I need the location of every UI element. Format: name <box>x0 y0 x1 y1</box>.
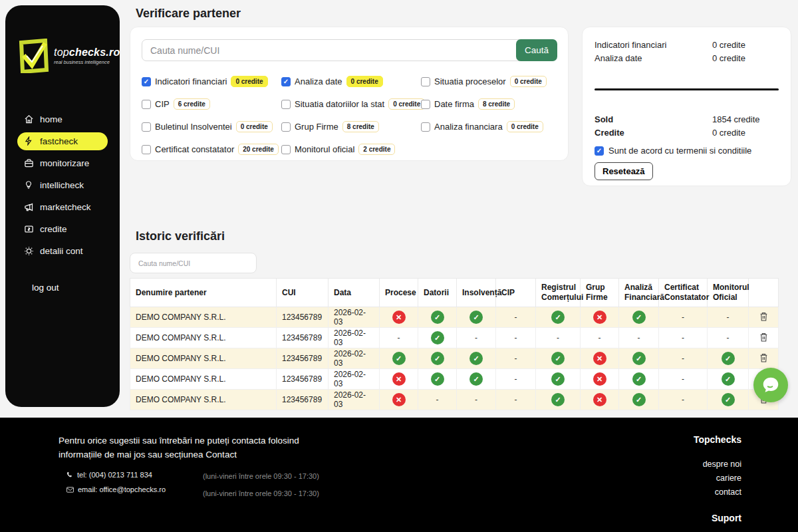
logout-link[interactable]: log out <box>32 283 59 293</box>
summary-card: Indicatori financiari0 credite Analiza d… <box>582 27 791 186</box>
check-date: 2026-02-03 <box>329 369 380 390</box>
footer-topchecks-heading: Topchecks <box>694 434 741 445</box>
status-dash: - <box>682 395 684 404</box>
check-circle-icon: ✓ <box>722 372 735 386</box>
check-circle-icon: ✓ <box>551 311 565 324</box>
status-dash: - <box>515 313 517 322</box>
option-label: Situatia datoriilor la stat <box>295 99 384 109</box>
partner-name: DEMO COMPANY S.R.L. <box>130 390 277 410</box>
reset-button[interactable]: Resetează <box>595 162 653 180</box>
status-dash: - <box>598 333 601 342</box>
status-dash: - <box>398 333 400 342</box>
check-circle-icon: ✓ <box>469 372 483 386</box>
trash-icon <box>759 354 768 364</box>
report-option: Analiza financiara0 credite <box>421 121 558 132</box>
delete-row-button[interactable] <box>758 352 769 366</box>
sidebar-item-label: home <box>40 114 63 124</box>
history-column-header <box>749 279 779 307</box>
history-search-input[interactable] <box>130 253 257 273</box>
option-label: Analiza financiara <box>434 122 503 132</box>
option-label: Monitorul oficial <box>295 144 354 154</box>
partner-cui: 123456789 <box>277 348 329 369</box>
search-button[interactable]: Caută <box>516 39 557 61</box>
footer-email[interactable]: email: office@topchecks.ro <box>66 485 166 493</box>
history-column-header: CUI <box>277 279 329 307</box>
cross-circle-icon: ✕ <box>593 393 606 406</box>
option-checkbox[interactable]: ✓ <box>142 77 151 86</box>
footer-hours: (luni-vineri între orele 09:30 - 17:30) … <box>203 471 319 505</box>
option-checkbox[interactable] <box>142 100 151 109</box>
check-circle-icon: ✓ <box>469 352 483 365</box>
terms-checkbox[interactable]: ✓ <box>595 146 604 156</box>
search-input[interactable] <box>142 39 557 61</box>
option-checkbox[interactable] <box>142 122 151 132</box>
sidebar-item-detalii-cont[interactable]: detalii cont <box>17 242 108 260</box>
check-circle-icon: ✓ <box>469 311 483 324</box>
footer-link-cariere[interactable]: cariere <box>694 473 741 483</box>
report-option: CIP6 credite <box>142 98 281 110</box>
phone-icon <box>66 471 73 478</box>
check-circle-icon: ✓ <box>551 372 565 386</box>
history-row: DEMO COMPANY S.R.L.1234567892026-02-03✕✓… <box>130 369 779 390</box>
option-label: Buletinul Insolventei <box>155 122 232 132</box>
report-options-grid: ✓Indicatori financiari0 credite✓Analiza … <box>142 76 557 155</box>
cross-circle-icon: ✕ <box>593 352 606 365</box>
delete-row-button[interactable] <box>758 311 769 325</box>
sidebar-item-monitorizare[interactable]: monitorizare <box>17 154 108 172</box>
status-dash: - <box>682 313 684 322</box>
option-label: Situatia proceselor <box>434 76 506 86</box>
history-column-header: Registrul Comerțului <box>536 279 581 307</box>
status-dash: - <box>515 354 517 363</box>
option-checkbox[interactable] <box>142 145 151 154</box>
check-circle-icon: ✓ <box>551 393 565 406</box>
option-checkbox[interactable] <box>281 100 291 109</box>
status-dash: - <box>727 313 730 322</box>
sidebar-item-marketcheck[interactable]: marketcheck <box>17 198 108 216</box>
partner-name: DEMO COMPANY S.R.L. <box>130 369 277 390</box>
report-option: Grup Firme8 credite <box>281 121 421 132</box>
option-checkbox[interactable] <box>421 122 430 132</box>
check-circle-icon: ✓ <box>722 352 735 365</box>
sidebar-item-label: fastcheck <box>40 136 78 146</box>
sidebar-item-label: credite <box>40 224 67 234</box>
partner-cui: 123456789 <box>277 307 329 328</box>
credits-badge: 0 credite <box>236 121 273 132</box>
history-column-header: Monitorul Oficial <box>708 279 749 307</box>
history-table: Denumire partenerCUIDataProceseDatoriiIn… <box>130 278 779 410</box>
chat-widget-button[interactable] <box>753 368 788 402</box>
check-circle-icon: ✓ <box>392 352 406 365</box>
option-label: Date firma <box>434 99 474 109</box>
footer-link-despre-noi[interactable]: despre noi <box>694 460 741 469</box>
status-dash: - <box>436 395 439 404</box>
report-option: ✓Analiza date0 credite <box>281 76 421 87</box>
history-column-header: Procese <box>380 279 418 307</box>
partner-name: DEMO COMPANY S.R.L. <box>130 307 277 328</box>
footer: Pentru orice sugestii sau întrebări ne p… <box>0 418 798 532</box>
check-circle-icon: ✓ <box>632 372 646 386</box>
option-label: Analiza date <box>295 76 342 86</box>
footer-link-contact[interactable]: contact <box>694 487 741 497</box>
gear-icon <box>24 246 34 256</box>
cross-circle-icon: ✕ <box>593 372 606 386</box>
delete-row-button[interactable] <box>758 331 769 345</box>
option-checkbox[interactable] <box>281 145 291 154</box>
logo-tagline: real business intelligence <box>54 60 120 65</box>
sidebar-item-home[interactable]: home <box>17 110 108 128</box>
option-checkbox[interactable]: ✓ <box>281 77 291 86</box>
option-checkbox[interactable] <box>281 122 291 132</box>
report-option: Situatia proceselor0 credite <box>421 76 558 87</box>
option-label: Grup Firme <box>295 122 338 132</box>
status-dash: - <box>515 374 517 384</box>
footer-phone[interactable]: tel: (004) 0213 711 834 <box>66 471 166 479</box>
sidebar-item-fastcheck[interactable]: fastcheck <box>17 132 108 150</box>
sidebar-item-credite[interactable]: credite <box>17 220 108 238</box>
history-row: DEMO COMPANY S.R.L.1234567892026-02-03-✓… <box>130 328 779 348</box>
sold-line: Sold1854 credite <box>595 114 779 124</box>
report-option: Date firma8 credite <box>421 98 558 110</box>
report-option: Situatia datoriilor la stat0 credite <box>281 98 421 110</box>
option-checkbox[interactable] <box>421 77 430 86</box>
logo[interactable]: topchecks.ro real business intelligence <box>17 39 120 73</box>
option-checkbox[interactable] <box>421 100 430 109</box>
sidebar-item-intellicheck[interactable]: intellicheck <box>17 176 108 194</box>
credits-badge: 0 credite <box>388 98 425 110</box>
